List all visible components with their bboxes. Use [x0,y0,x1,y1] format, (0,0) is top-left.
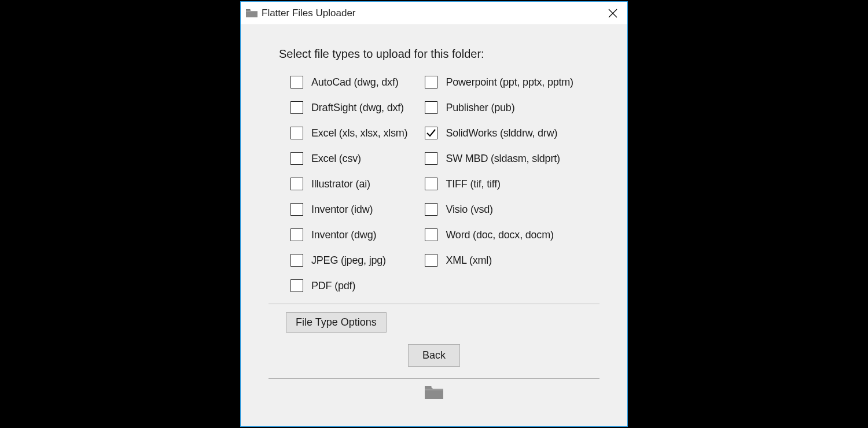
checkbox-publisher-pub[interactable]: Publisher (pub) [425,101,573,114]
back-button[interactable]: Back [408,344,460,367]
checkbox-draftsight-dwg-dxf[interactable]: DraftSight (dwg, dxf) [290,101,407,114]
checkbox-box[interactable] [425,101,437,114]
checkbox-label: Excel (xls, xlsx, xlsm) [311,127,407,139]
checkbox-box[interactable] [425,254,437,267]
checkbox-label: Inventor (idw) [311,204,373,216]
checkbox-label: PDF (pdf) [311,280,355,292]
checkbox-label: DraftSight (dwg, dxf) [311,102,404,114]
right-column: Powerpoint (ppt, pptx, pptm)Publisher (p… [425,76,573,292]
checkbox-box[interactable] [290,152,303,165]
folder-icon [245,8,258,18]
checkbox-visio-vsd[interactable]: Visio (vsd) [425,203,573,216]
checkbox-label: TIFF (tif, tiff) [446,178,500,190]
checkbox-box[interactable] [290,76,303,88]
checkbox-label: JPEG (jpeg, jpg) [311,254,386,267]
options-row: File Type Options [286,312,610,333]
checkbox-box[interactable] [425,228,437,241]
close-button[interactable] [598,2,627,24]
checkbox-label: Powerpoint (ppt, pptx, pptm) [446,76,573,88]
checkbox-label: Inventor (dwg) [311,229,376,241]
checkbox-box[interactable] [290,127,303,139]
svg-rect-1 [425,389,443,390]
checkbox-sw-mbd-sldasm-sldprt[interactable]: SW MBD (sldasm, sldprt) [425,152,573,165]
uploader-window: Flatter Files Uploader Select file types… [240,1,628,427]
checkbox-box[interactable] [290,203,303,216]
file-type-options-button[interactable]: File Type Options [286,312,387,333]
checkbox-box[interactable] [425,127,437,139]
checkbox-powerpoint-ppt-pptx-pptm[interactable]: Powerpoint (ppt, pptx, pptm) [425,76,573,88]
checkbox-tiff-tif-tiff[interactable]: TIFF (tif, tiff) [425,178,573,190]
checkbox-label: Visio (vsd) [446,204,493,216]
checkbox-box[interactable] [425,203,437,216]
checkbox-label: XML (xml) [446,254,492,267]
checkbox-label: SW MBD (sldasm, sldprt) [446,153,560,165]
checkbox-xml-xml[interactable]: XML (xml) [425,254,573,267]
checkbox-label: AutoCad (dwg, dxf) [311,76,398,88]
checkbox-box[interactable] [425,76,437,88]
folder-icon [424,385,444,400]
checkbox-box[interactable] [290,178,303,190]
checkbox-excel-csv[interactable]: Excel (csv) [290,152,407,165]
checkbox-label: Publisher (pub) [446,102,514,114]
back-row: Back [258,344,610,367]
checkbox-label: Illustrator (ai) [311,178,370,190]
window-title: Flatter Files Uploader [262,8,598,19]
checkbox-box[interactable] [290,228,303,241]
left-column: AutoCad (dwg, dxf)DraftSight (dwg, dxf)E… [290,76,407,292]
heading: Select file types to upload for this fol… [279,47,610,61]
checkbox-solidworks-slddrw-drw[interactable]: SolidWorks (slddrw, drw) [425,127,573,139]
checkbox-inventor-dwg[interactable]: Inventor (dwg) [290,228,407,241]
checkbox-illustrator-ai[interactable]: Illustrator (ai) [290,178,407,190]
filetype-columns: AutoCad (dwg, dxf)DraftSight (dwg, dxf)E… [290,76,610,292]
checkbox-autocad-dwg-dxf[interactable]: AutoCad (dwg, dxf) [290,76,407,88]
checkbox-excel-xls-xlsx-xlsm[interactable]: Excel (xls, xlsx, xlsm) [290,127,407,139]
checkbox-label: SolidWorks (slddrw, drw) [446,127,557,139]
checkbox-box[interactable] [290,101,303,114]
divider [269,304,599,304]
dialog-content: Select file types to upload for this fol… [241,24,627,426]
checkbox-box[interactable] [290,279,303,292]
svg-rect-0 [246,11,258,12]
checkbox-pdf-pdf[interactable]: PDF (pdf) [290,279,407,292]
titlebar: Flatter Files Uploader [241,2,627,24]
checkbox-word-doc-docx-docm[interactable]: Word (doc, docx, docm) [425,228,573,241]
checkbox-box[interactable] [290,254,303,267]
checkbox-jpeg-jpeg-jpg[interactable]: JPEG (jpeg, jpg) [290,254,407,267]
checkbox-inventor-idw[interactable]: Inventor (idw) [290,203,407,216]
checkbox-label: Excel (csv) [311,153,361,165]
footer [258,379,610,400]
checkbox-label: Word (doc, docx, docm) [446,229,553,241]
checkbox-box[interactable] [425,152,437,165]
checkbox-box[interactable] [425,178,437,190]
